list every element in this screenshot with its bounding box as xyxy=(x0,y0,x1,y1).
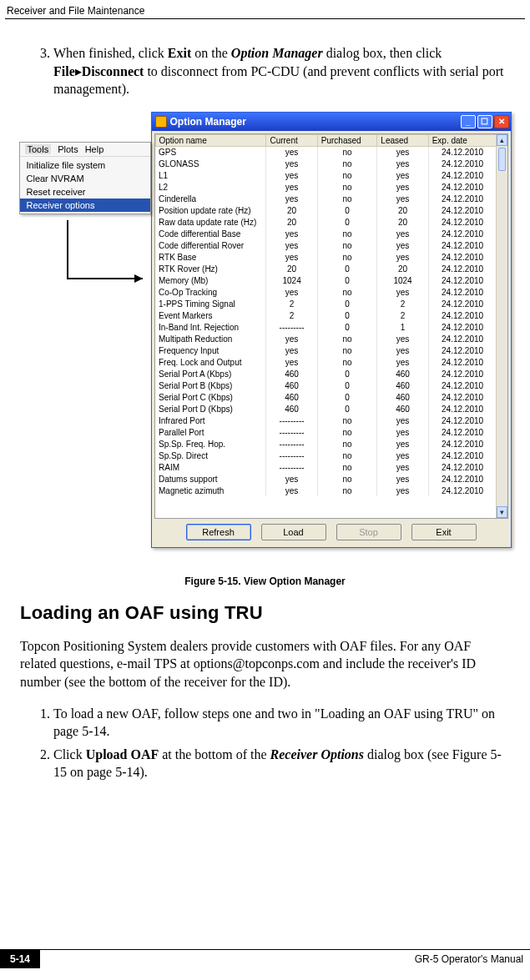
cell: L2 xyxy=(155,181,266,193)
menu-initialize-fs[interactable]: Initialize file system xyxy=(20,158,150,172)
table-row[interactable]: Code differential Baseyesnoyes24.12.2010 xyxy=(155,228,497,239)
table-row[interactable]: Datums supportyesnoyes24.12.2010 xyxy=(155,473,497,485)
cell: Multipath Reduction xyxy=(155,333,266,344)
cell: Infrared Port xyxy=(155,415,266,426)
table-row[interactable]: Infrared Port---------noyes24.12.2010 xyxy=(155,415,497,426)
cell: yes xyxy=(266,146,317,158)
table-row[interactable]: In-Band Int. Rejection---------0124.12.2… xyxy=(155,321,497,333)
cell: 460 xyxy=(266,403,317,415)
cell: yes xyxy=(266,239,317,251)
cell: 460 xyxy=(266,379,317,391)
menu-tools[interactable]: Tools xyxy=(25,144,52,154)
cell: no xyxy=(317,461,377,473)
table-row[interactable]: Raw data update rate (Hz)2002024.12.2010 xyxy=(155,216,497,228)
cell: no xyxy=(317,426,377,438)
cell: 24.12.2010 xyxy=(428,298,497,309)
table-row[interactable]: GPSyesnoyes24.12.2010 xyxy=(155,146,497,158)
scroll-up-icon[interactable]: ▴ xyxy=(497,134,507,146)
table-row[interactable]: Event Markers20224.12.2010 xyxy=(155,309,497,321)
table-row[interactable]: Co-Op Trackingyesnoyes24.12.2010 xyxy=(155,286,497,298)
table-row[interactable]: 1-PPS Timing Signal20224.12.2010 xyxy=(155,298,497,309)
minimize-button[interactable]: _ xyxy=(461,115,476,128)
cell: 24.12.2010 xyxy=(428,379,497,391)
table-row[interactable]: RTK Rover (Hz)2002024.12.2010 xyxy=(155,263,497,274)
table-row[interactable]: Sp.Sp. Freq. Hop.---------noyes24.12.201… xyxy=(155,438,497,450)
table-row[interactable]: Freq. Lock and Outputyesnoyes24.12.2010 xyxy=(155,356,497,368)
cell: 460 xyxy=(266,391,317,403)
table-row[interactable]: Multipath Reductionyesnoyes24.12.2010 xyxy=(155,333,497,344)
cell: yes xyxy=(377,333,428,344)
table-row[interactable]: Serial Port B (Kbps)460046024.12.2010 xyxy=(155,379,497,391)
cell: yes xyxy=(266,169,317,181)
cell: Serial Port A (Kbps) xyxy=(155,368,266,379)
table-row[interactable]: Magnetic azimuthyesnoyes24.12.2010 xyxy=(155,485,497,496)
cell: no xyxy=(317,251,377,263)
table-row[interactable]: L1yesnoyes24.12.2010 xyxy=(155,169,497,181)
stop-button[interactable]: Stop xyxy=(336,524,401,540)
table-row[interactable]: Parallel Port---------noyes24.12.2010 xyxy=(155,426,497,438)
cell: yes xyxy=(377,251,428,263)
window-title: Option Manager xyxy=(170,116,246,128)
maximize-button[interactable]: ☐ xyxy=(477,115,492,128)
cell: Sp.Sp. Direct xyxy=(155,450,266,461)
menu-clear-nvram[interactable]: Clear NVRAM xyxy=(20,172,150,185)
col-current[interactable]: Current xyxy=(266,134,317,146)
title-bar[interactable]: Option Manager _ ☐ ✕ xyxy=(152,113,511,131)
table-row[interactable]: L2yesnoyes24.12.2010 xyxy=(155,181,497,193)
col-option-name[interactable]: Option name xyxy=(155,134,266,146)
table-row[interactable]: Cinderellayesnoyes24.12.2010 xyxy=(155,193,497,204)
menu-plots[interactable]: Plots xyxy=(58,144,78,154)
load-button[interactable]: Load xyxy=(261,524,326,540)
scroll-thumb[interactable] xyxy=(498,148,506,171)
cell: 24.12.2010 xyxy=(428,181,497,193)
cell: Sp.Sp. Freq. Hop. xyxy=(155,438,266,450)
table-row[interactable]: RAIM---------noyes24.12.2010 xyxy=(155,461,497,473)
exit-button[interactable]: Exit xyxy=(411,524,477,540)
menu-help[interactable]: Help xyxy=(85,144,104,154)
cell: Memory (Mb) xyxy=(155,274,266,286)
cell: 24.12.2010 xyxy=(428,450,497,461)
table-row[interactable]: Frequency Inputyesnoyes24.12.2010 xyxy=(155,344,497,356)
table-row[interactable]: Memory (Mb)10240102424.12.2010 xyxy=(155,274,497,286)
table-row[interactable]: Sp.Sp. Direct---------noyes24.12.2010 xyxy=(155,450,497,461)
cell: 24.12.2010 xyxy=(428,403,497,415)
cell: Cinderella xyxy=(155,193,266,204)
cell: Event Markers xyxy=(155,309,266,321)
scrollbar[interactable]: ▴ ▾ xyxy=(496,134,507,518)
cell: 0 xyxy=(317,263,377,274)
menu-reset-receiver[interactable]: Reset receiver xyxy=(20,185,150,199)
figure-caption: Figure 5-15. View Option Manager xyxy=(0,575,530,587)
cell: Serial Port D (Kbps) xyxy=(155,403,266,415)
table-row[interactable]: Serial Port C (Kbps)460046024.12.2010 xyxy=(155,391,497,403)
table-row[interactable]: GLONASSyesnoyes24.12.2010 xyxy=(155,158,497,169)
exit-bold: Exit xyxy=(168,46,191,60)
refresh-button[interactable]: Refresh xyxy=(186,524,251,540)
cell: yes xyxy=(377,146,428,158)
cell: no xyxy=(317,146,377,158)
table-row[interactable]: RTK Baseyesnoyes24.12.2010 xyxy=(155,251,497,263)
cell: 1 xyxy=(377,321,428,333)
menu-receiver-options[interactable]: Receiver options xyxy=(20,199,150,212)
cell: Co-Op Tracking xyxy=(155,286,266,298)
cell: 20 xyxy=(266,216,317,228)
col-purchased[interactable]: Purchased xyxy=(317,134,377,146)
cell: 0 xyxy=(317,321,377,333)
cell: yes xyxy=(266,228,317,239)
table-row[interactable]: Position update rate (Hz)2002024.12.2010 xyxy=(155,204,497,216)
cell: yes xyxy=(266,286,317,298)
table-row[interactable]: Serial Port A (Kbps)460046024.12.2010 xyxy=(155,368,497,379)
table-row[interactable]: Code differential Roveryesnoyes24.12.201… xyxy=(155,239,497,251)
cell: 24.12.2010 xyxy=(428,286,497,298)
cell: 24.12.2010 xyxy=(428,461,497,473)
cell: 24.12.2010 xyxy=(428,333,497,344)
close-button[interactable]: ✕ xyxy=(494,115,509,128)
cell: 460 xyxy=(266,368,317,379)
col-leased[interactable]: Leased xyxy=(377,134,428,146)
cell: 24.12.2010 xyxy=(428,228,497,239)
cell: no xyxy=(317,239,377,251)
scroll-down-icon[interactable]: ▾ xyxy=(497,506,507,518)
t: Click xyxy=(53,747,86,761)
col-exp-date[interactable]: Exp. date xyxy=(428,134,497,146)
table-row[interactable]: Serial Port D (Kbps)460046024.12.2010 xyxy=(155,403,497,415)
cell: GPS xyxy=(155,146,266,158)
